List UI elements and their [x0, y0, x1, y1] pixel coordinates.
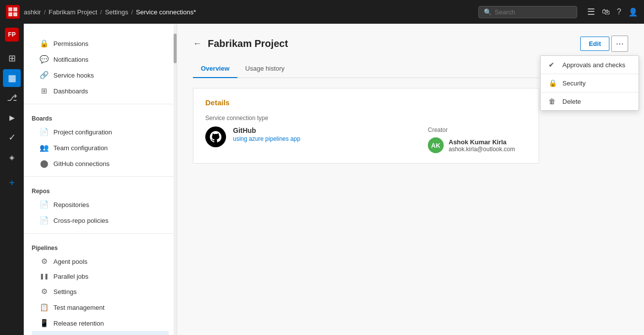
tab-overview[interactable]: Overview [193, 60, 237, 78]
sidebar-item-settings[interactable]: ⚙ Settings [32, 284, 169, 299]
cart-icon[interactable]: 🛍 [602, 7, 610, 16]
service-info: GitHub using azure pipelines app [233, 126, 421, 142]
breadcrumb: ashkir / Fabrikam Project / Settings / S… [24, 8, 196, 16]
sidebar-item-notifications[interactable]: 💬 Notifications [32, 51, 169, 67]
service-row: GitHub using azure pipelines app Creator… [205, 126, 527, 153]
divider-2 [24, 176, 177, 177]
rail-testplans[interactable]: ✓ [3, 128, 21, 146]
details-title: Details [205, 98, 527, 107]
service-name: GitHub [233, 126, 421, 134]
approvals-icon: ✔ [549, 61, 557, 69]
boards-section-title: Boards [32, 115, 169, 122]
search-box[interactable]: 🔍 [478, 6, 577, 18]
pipelines-section: Pipelines ⚙ Agent pools ❚❚ Parallel jobs… [24, 237, 177, 335]
sidebar-scrollbar[interactable] [174, 24, 177, 335]
more-button[interactable]: ⋯ [611, 36, 628, 52]
rail-repos[interactable]: ⎇ [3, 89, 21, 107]
delete-icon: 🗑 [549, 97, 557, 105]
project-avatar[interactable]: FP [5, 28, 19, 42]
menu-icon[interactable]: ☰ [587, 6, 595, 17]
retention-icon: 📱 [40, 319, 48, 328]
sidebar-item-service-hooks[interactable]: 🔗 Service hooks [32, 67, 169, 83]
details-card: Details Service connection type GitHub u… [193, 88, 539, 164]
back-button[interactable]: ← [193, 39, 202, 49]
sidebar-item-permissions[interactable]: 🔒 Permissions [32, 36, 169, 51]
creator-name: Ashok Kumar Kirla [449, 138, 515, 146]
page-header: ← Fabrikam Project Edit ⋯ [193, 36, 628, 52]
sidebar-item-dashboards[interactable]: ⊞ Dashboards [32, 83, 169, 99]
page-actions: Edit ⋯ [580, 36, 628, 52]
settings-icon: ⚙ [40, 287, 48, 296]
sidebar-item-parallel-jobs[interactable]: ❚❚ Parallel jobs [32, 269, 169, 284]
page-title-row: ← Fabrikam Project [193, 38, 288, 49]
agent-icon: ⚙ [40, 257, 48, 266]
creator-section: Creator AK Ashok Kumar Kirla ashok.kirla… [428, 126, 527, 153]
sidebar-item-test-management[interactable]: 📋 Test management [32, 299, 169, 315]
creator-email: ashok.kirla@outlook.com [449, 146, 515, 153]
sidebar-item-github-connections[interactable]: ⬤ GitHub connections [32, 156, 169, 171]
settings-sidebar: 🔒 Permissions 💬 Notifications 🔗 Service … [24, 24, 177, 335]
dropdown-item-delete[interactable]: 🗑 Delete [541, 92, 639, 110]
dropdown-item-approvals[interactable]: ✔ Approvals and checks [541, 56, 639, 74]
repo-icon: 📄 [40, 200, 48, 209]
config-icon: 📄 [40, 127, 48, 136]
parallel-icon: ❚❚ [40, 273, 48, 280]
app-logo[interactable] [6, 5, 20, 19]
github-icon: ⬤ [40, 159, 48, 168]
nav-icons: ☰ 🛍 ? 👤 [587, 6, 638, 17]
more-icon: ⋯ [616, 40, 624, 48]
divider-1 [24, 104, 177, 104]
boards-section: Boards 📄 Project configuration 👥 Team co… [24, 107, 177, 173]
edit-button[interactable]: Edit [580, 37, 609, 51]
creator-details: Ashok Kumar Kirla ashok.kirla@outlook.co… [449, 138, 515, 153]
sidebar-item-project-config[interactable]: 📄 Project configuration [32, 124, 169, 140]
test-icon: 📋 [40, 303, 48, 312]
policy-icon: 📄 [40, 216, 48, 225]
left-rail: FP ⊞ ▦ ⎇ ▶ ✓ ◈ + [0, 24, 24, 335]
creator-avatar: AK [428, 137, 444, 153]
top-navigation: ashkir / Fabrikam Project / Settings / S… [0, 0, 644, 24]
dropdown-menu: ✔ Approvals and checks 🔒 Security 🗑 Dele… [540, 55, 639, 111]
sidebar-item-release-retention[interactable]: 📱 Release retention [32, 315, 169, 331]
rail-boards[interactable]: ▦ [3, 69, 21, 87]
lock-icon: 🔒 [40, 39, 48, 48]
rail-pipelines[interactable]: ▶ [3, 109, 21, 126]
service-type-label: Service connection type [205, 115, 527, 122]
hook-icon: 🔗 [40, 71, 48, 80]
notification-icon: 💬 [40, 55, 48, 64]
scrollbar-thumb[interactable] [174, 34, 177, 63]
user-icon[interactable]: 👤 [628, 7, 638, 17]
dashboard-icon: ⊞ [40, 86, 48, 95]
team-icon: 👥 [40, 143, 48, 152]
help-icon[interactable]: ? [617, 7, 621, 16]
service-subtext: using azure pipelines app [233, 135, 421, 142]
creator-row: AK Ashok Kumar Kirla ashok.kirla@outlook… [428, 137, 527, 153]
repos-section-title: Repos [32, 188, 169, 195]
repos-section: Repos 📄 Repositories 📄 Cross-repo polici… [24, 180, 177, 230]
rail-artifacts[interactable]: ◈ [3, 148, 21, 166]
security-icon: 🔒 [549, 79, 557, 87]
pipelines-section-title: Pipelines [32, 245, 169, 251]
general-section: 🔒 Permissions 💬 Notifications 🔗 Service … [24, 28, 177, 101]
sidebar-item-repositories[interactable]: 📄 Repositories [32, 197, 169, 212]
search-icon: 🔍 [484, 8, 492, 16]
sidebar-item-service-connections[interactable]: 🔗 Service connections* [32, 331, 169, 335]
sidebar-item-team-config[interactable]: 👥 Team configuration [32, 140, 169, 156]
dropdown-item-security[interactable]: 🔒 Security [541, 74, 639, 92]
divider-3 [24, 233, 177, 234]
rail-overview[interactable]: ⊞ [3, 49, 21, 67]
rail-add[interactable]: + [3, 174, 21, 192]
page-title: Fabrikam Project [208, 38, 288, 49]
search-input[interactable] [495, 8, 572, 16]
sidebar-item-agent-pools[interactable]: ⚙ Agent pools [32, 253, 169, 269]
tab-usage-history[interactable]: Usage history [237, 60, 292, 78]
service-logo [205, 126, 226, 147]
creator-label: Creator [428, 126, 527, 133]
sidebar-item-cross-repo[interactable]: 📄 Cross-repo policies [32, 212, 169, 228]
